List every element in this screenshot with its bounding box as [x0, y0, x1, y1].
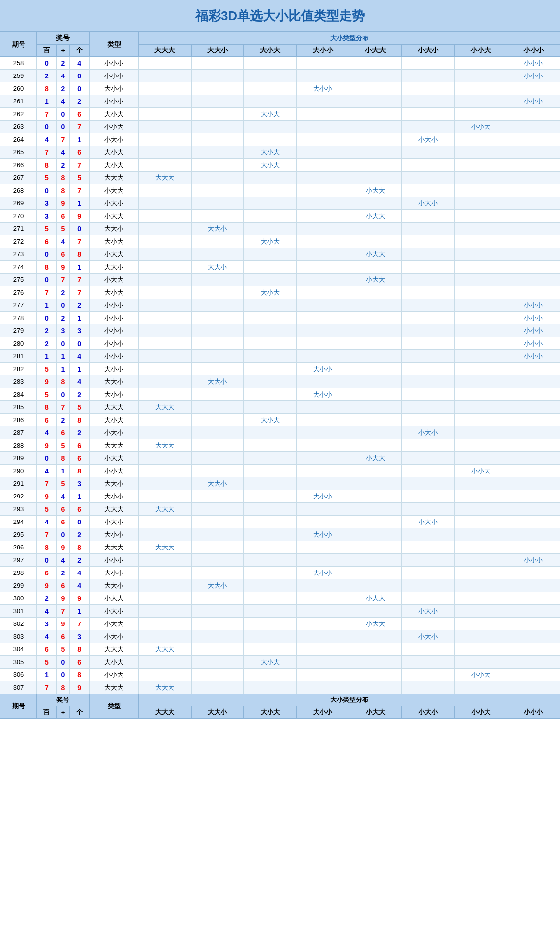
cell-hundred: 2	[37, 337, 57, 350]
cell-unit: 7	[70, 618, 90, 630]
cell-type: 小小小	[89, 95, 138, 108]
cell-dist-0	[139, 197, 191, 210]
cell-dist-7: 小小小	[507, 337, 560, 350]
cell-unit: 2	[70, 426, 90, 439]
cell-dist-0	[139, 235, 191, 248]
cell-dist-1	[191, 681, 243, 694]
cell-dist-0	[139, 184, 191, 197]
cell-type: 大大大	[89, 401, 138, 414]
cell-period: 286	[0, 414, 37, 426]
cell-type: 大小小	[89, 388, 138, 401]
cell-dist-2: 大小大	[244, 108, 296, 121]
cell-dist-1	[191, 465, 243, 477]
foot-unit: 个	[70, 706, 90, 719]
table-row: 301471小大小小大小	[0, 605, 560, 618]
cell-dist-4	[349, 656, 402, 669]
cell-dist-5	[402, 82, 454, 95]
cell-dist-5	[402, 592, 454, 605]
cell-dist-1	[191, 605, 243, 618]
cell-dist-1: 大大小	[191, 579, 243, 592]
cell-dist-1	[191, 248, 243, 261]
cell-dist-1: 大大小	[191, 375, 243, 388]
cell-hundred: 5	[37, 656, 57, 669]
cell-dist-4	[349, 57, 402, 70]
cell-period: 307	[0, 681, 37, 694]
cell-type: 大小大	[89, 414, 138, 426]
cell-period: 294	[0, 516, 37, 528]
cell-period: 277	[0, 299, 37, 312]
cell-period: 260	[0, 82, 37, 95]
cell-hundred: 5	[37, 363, 57, 375]
cell-dist-2	[244, 579, 296, 592]
cell-hundred: 0	[37, 248, 57, 261]
cell-ten: 2	[56, 414, 70, 426]
cell-dist-0	[139, 656, 191, 669]
cell-dist-6	[454, 159, 507, 172]
cell-dist-0: 大大大	[139, 681, 191, 694]
cell-dist-3	[296, 299, 349, 312]
cell-unit: 8	[70, 414, 90, 426]
cell-unit: 4	[70, 375, 90, 388]
foot-dist-col-6: 小小大	[454, 706, 507, 719]
cell-dist-6	[454, 426, 507, 439]
cell-dist-7	[507, 133, 560, 146]
cell-dist-3	[296, 477, 349, 490]
cell-dist-0	[139, 618, 191, 630]
cell-ten: 6	[56, 516, 70, 528]
cell-dist-0: 大大大	[139, 439, 191, 452]
cell-dist-1	[191, 210, 243, 223]
cell-ten: 0	[56, 121, 70, 133]
cell-dist-1	[191, 363, 243, 375]
cell-dist-4	[349, 465, 402, 477]
cell-ten: 2	[56, 82, 70, 95]
cell-dist-3: 大小小	[296, 528, 349, 541]
cell-dist-5	[402, 286, 454, 299]
cell-dist-3	[296, 618, 349, 630]
cell-ten: 7	[56, 605, 70, 618]
cell-unit: 0	[70, 223, 90, 235]
cell-dist-4	[349, 426, 402, 439]
cell-dist-2	[244, 197, 296, 210]
cell-hundred: 9	[37, 439, 57, 452]
cell-period: 274	[0, 261, 37, 274]
cell-dist-2	[244, 618, 296, 630]
cell-unit: 8	[70, 643, 90, 656]
cell-dist-4	[349, 579, 402, 592]
cell-ten: 8	[56, 184, 70, 197]
cell-hundred: 0	[37, 274, 57, 286]
cell-dist-7	[507, 375, 560, 388]
table-row: 287462小大小小大小	[0, 426, 560, 439]
cell-ten: 5	[56, 223, 70, 235]
cell-period: 306	[0, 669, 37, 681]
cell-dist-7	[507, 121, 560, 133]
cell-dist-3	[296, 261, 349, 274]
cell-type: 小大小	[89, 133, 138, 146]
cell-dist-7	[507, 439, 560, 452]
cell-period: 285	[0, 401, 37, 414]
cell-unit: 2	[70, 299, 90, 312]
cell-dist-6	[454, 172, 507, 184]
cell-dist-4	[349, 439, 402, 452]
cell-dist-5: 小大小	[402, 630, 454, 643]
cell-dist-3	[296, 579, 349, 592]
cell-dist-3	[296, 146, 349, 159]
cell-type: 小大大	[89, 210, 138, 223]
cell-dist-2	[244, 554, 296, 567]
cell-unit: 6	[70, 503, 90, 516]
cell-dist-0	[139, 554, 191, 567]
cell-dist-6	[454, 541, 507, 554]
cell-unit: 6	[70, 146, 90, 159]
cell-dist-5	[402, 312, 454, 324]
cell-dist-6	[454, 605, 507, 618]
foot-dist: 大小类型分布	[139, 694, 560, 706]
cell-dist-1	[191, 541, 243, 554]
table-row: 267585大大大大大大	[0, 172, 560, 184]
cell-unit: 1	[70, 197, 90, 210]
th-dist: 大小类型分布	[139, 32, 560, 45]
cell-ten: 7	[56, 401, 70, 414]
cell-period: 291	[0, 477, 37, 490]
cell-dist-0: 大大大	[139, 401, 191, 414]
cell-period: 266	[0, 159, 37, 172]
cell-hundred: 7	[37, 108, 57, 121]
cell-dist-2	[244, 477, 296, 490]
